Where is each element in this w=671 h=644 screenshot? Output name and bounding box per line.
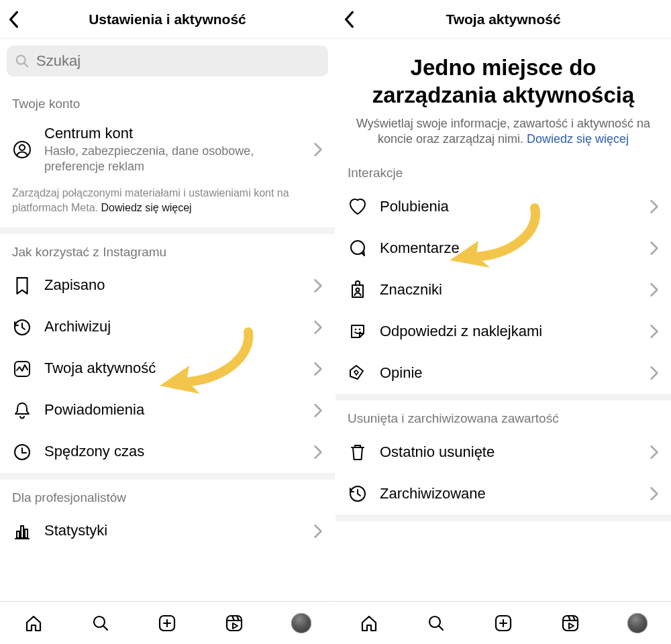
- chevron-right-icon: [313, 403, 323, 418]
- row-title: Powiadomienia: [44, 401, 296, 419]
- bell-icon: [12, 400, 32, 421]
- nav-profile[interactable]: [291, 613, 311, 633]
- section-title-account: Twoje konto: [0, 82, 335, 117]
- activity-pane: Twoja aktywność Jedno miejsce do zarządz…: [336, 0, 671, 644]
- page-title: Ustawienia i aktywność: [89, 11, 246, 28]
- chevron-right-icon: [650, 366, 659, 380]
- chevron-left-icon: [7, 11, 21, 28]
- chevron-right-icon: [650, 199, 659, 214]
- search-input[interactable]: [7, 46, 328, 76]
- section-title-deleted: Usunięta i zarchiwizowana zawartość: [336, 400, 671, 431]
- svg-rect-7: [21, 526, 23, 538]
- svg-point-14: [355, 329, 357, 331]
- nav-home[interactable]: [359, 613, 379, 633]
- list-item-archived[interactable]: Zarchiwizowane: [336, 473, 671, 515]
- hero-title: Jedno miejsce do zarządzania aktywnością: [349, 54, 658, 109]
- list-item-archive[interactable]: Archiwizuj: [0, 307, 335, 348]
- section-separator: [0, 227, 335, 234]
- list-item-likes[interactable]: Polubienia: [336, 186, 671, 227]
- list-item-time-spent[interactable]: Spędzony czas: [0, 431, 335, 473]
- chevron-right-icon: [650, 486, 659, 501]
- comment-icon: [348, 238, 368, 258]
- list-item-sticker-replies[interactable]: Odpowiedzi z naklejkami: [336, 311, 671, 352]
- nav-reels[interactable]: [224, 613, 244, 633]
- row-title: Statystyki: [44, 522, 296, 539]
- row-title: Opinie: [380, 364, 632, 382]
- svg-point-13: [356, 288, 360, 292]
- list-item-comments[interactable]: Komentarze: [336, 227, 671, 269]
- section-separator: [336, 394, 671, 400]
- chevron-right-icon: [313, 142, 323, 157]
- nav-search[interactable]: [91, 613, 111, 633]
- search-field[interactable]: [35, 52, 320, 70]
- row-title: Odpowiedzi z naklejkami: [380, 323, 632, 340]
- chevron-right-icon: [650, 324, 659, 339]
- chevron-left-icon: [342, 11, 357, 28]
- row-title: Twoja aktywność: [44, 360, 296, 377]
- nav-reels[interactable]: [560, 613, 580, 633]
- svg-rect-6: [17, 531, 19, 538]
- chevron-right-icon: [650, 241, 659, 256]
- account-center-row[interactable]: Centrum kont Hasło, zabezpieczenia, dane…: [0, 117, 335, 182]
- chevron-right-icon: [313, 278, 323, 293]
- row-title: Archiwizuj: [44, 318, 296, 335]
- nav-create[interactable]: [493, 613, 513, 633]
- bookmark-icon: [12, 276, 32, 296]
- hero: Jedno miejsce do zarządzania aktywnością…: [336, 39, 671, 151]
- learn-more-link[interactable]: Dowiedz się więcej: [527, 132, 629, 146]
- heart-icon: [348, 197, 368, 217]
- nav-create[interactable]: [157, 613, 177, 633]
- section-title-interactions: Interakcje: [336, 151, 671, 186]
- nav-profile[interactable]: [627, 613, 648, 633]
- svg-point-2: [19, 145, 25, 150]
- section-title-pro: Dla profesjonalistów: [0, 480, 335, 511]
- learn-more-link[interactable]: Dowiedz się więcej: [101, 202, 192, 213]
- header: Ustawienia i aktywność: [0, 0, 335, 39]
- search-icon: [15, 54, 30, 68]
- row-title: Polubienia: [380, 198, 632, 215]
- row-title: Komentarze: [380, 239, 632, 257]
- nav-search[interactable]: [426, 613, 446, 633]
- section-separator: [336, 515, 671, 521]
- chevron-right-icon: [313, 445, 323, 460]
- section-title-usage: Jak korzystać z Instagramu: [0, 234, 335, 265]
- stats-icon: [12, 521, 32, 541]
- chevron-right-icon: [313, 524, 323, 539]
- activity-icon: [12, 359, 32, 379]
- list-item-saved[interactable]: Zapisano: [0, 265, 335, 307]
- list-item-tags[interactable]: Znaczniki: [336, 269, 671, 311]
- opinion-icon: [348, 363, 368, 383]
- archived-icon: [348, 484, 368, 504]
- list-item-your-activity[interactable]: Twoja aktywność: [0, 348, 335, 390]
- list-item-notifications[interactable]: Powiadomienia: [0, 390, 335, 431]
- section-separator: [0, 473, 335, 480]
- chevron-right-icon: [313, 320, 323, 335]
- back-button[interactable]: [7, 11, 21, 28]
- svg-point-15: [359, 329, 361, 331]
- list-item-stats[interactable]: Statystyki: [0, 511, 335, 552]
- chevron-right-icon: [650, 445, 659, 460]
- user-circle-icon: [12, 140, 32, 160]
- avatar-icon: [627, 613, 648, 633]
- list-item-reviews[interactable]: Opinie: [336, 352, 671, 394]
- tag-person-icon: [348, 280, 368, 300]
- svg-rect-8: [25, 529, 28, 538]
- archive-icon: [12, 317, 32, 337]
- nav-home[interactable]: [23, 613, 44, 633]
- clock-icon: [12, 442, 32, 462]
- row-title: Spędzony czas: [44, 443, 296, 460]
- row-title: Ostatnio usunięte: [380, 443, 632, 461]
- bottom-nav: [336, 601, 671, 644]
- list-item-recently-deleted[interactable]: Ostatnio usunięte: [336, 431, 671, 473]
- svg-point-12: [351, 241, 364, 254]
- sticker-icon: [348, 321, 368, 341]
- trash-icon: [348, 442, 368, 462]
- row-subtitle: Hasło, zabezpieczenia, dane osobowe, pre…: [44, 144, 296, 174]
- meta-note: Zarządzaj połączonymi materiałami i usta…: [0, 182, 335, 227]
- back-button[interactable]: [342, 11, 357, 28]
- row-title: Centrum kont: [44, 125, 296, 142]
- bottom-nav: [0, 601, 335, 644]
- avatar-icon: [291, 613, 311, 633]
- chevron-right-icon: [650, 282, 659, 297]
- header: Twoja aktywność: [336, 0, 671, 39]
